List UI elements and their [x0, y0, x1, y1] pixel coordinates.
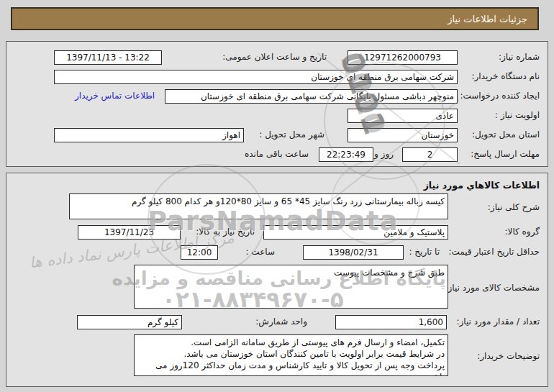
- buyer-notes-line: در شرایط قیمت برابر اولویت با تامین کنند…: [137, 348, 445, 360]
- deadline-time-suffix: ساعت باقی مانده: [245, 149, 309, 159]
- buyer-name-label: نام دستگاه خریدار:: [472, 71, 540, 81]
- need-number-field[interactable]: 12971262000793: [348, 50, 458, 65]
- buyer-notes-field[interactable]: تکمیل، امضاء و ارسال فرم های پیوستی از ط…: [134, 334, 448, 376]
- goods-section-title: اطلاعات کالاهاي مورد نیاز: [424, 180, 540, 191]
- general-description-field[interactable]: کیسه زباله بیمارستانی زرد رنگ سایز 45* 6…: [69, 193, 448, 219]
- request-creator-field[interactable]: منوچهر دباشی مسئول بایگانی شرکت سهامی بر…: [165, 89, 458, 104]
- priority-field[interactable]: عادی: [348, 109, 458, 123]
- delivery-city-field[interactable]: اهواز: [54, 128, 244, 142]
- announce-datetime-field[interactable]: 1397/11/13 - 13:22: [54, 50, 162, 65]
- deadline-time-field[interactable]: 22:23:49: [319, 147, 373, 162]
- reply-deadline-label: مهلت ارسال پاسخ:: [471, 149, 540, 159]
- need-number-label: شماره نیاز:: [499, 52, 540, 62]
- quantity-label: تعداد / مقدار مورد نیاز:: [456, 316, 540, 327]
- need-date-field[interactable]: 1397/11/23: [78, 225, 181, 240]
- buyer-notes-line: تکمیل، امضاء و ارسال فرم های پیوستی از ط…: [137, 337, 445, 348]
- until-time-label: ساعت :: [245, 247, 275, 257]
- buyer-contact-link[interactable]: اطلاعات تماس خریدار: [75, 91, 155, 101]
- until-time-field[interactable]: 12:00: [181, 245, 218, 260]
- page-title: جزئیات اطلاعات نیاز: [448, 14, 527, 24]
- specs-label: مشخصات کالای مورد نیاز:: [445, 283, 540, 293]
- unit-field[interactable]: کیلو گرم: [77, 315, 182, 329]
- request-creator-label: ایجاد کننده درخواست:: [460, 91, 540, 101]
- delivery-province-field[interactable]: خوزستان: [348, 128, 458, 142]
- specs-field[interactable]: طبق شرح و مشخصات پیوست: [134, 265, 448, 309]
- deadline-days-suffix: روز و: [374, 149, 394, 159]
- price-validity-label: حداقل تاریخ اعتبار قیمت:: [448, 247, 540, 257]
- delivery-city-label: شهر محل تحویل :: [259, 129, 324, 140]
- until-date-label: تا تاریخ :: [409, 247, 440, 257]
- goods-group-label: گروه کالا:: [505, 227, 540, 237]
- quantity-field[interactable]: 1,600: [335, 315, 447, 329]
- request-info-panel: شماره نیاز: 12971262000793 تاریخ و ساعت …: [6, 41, 548, 167]
- until-date-field[interactable]: 1398/02/31: [303, 245, 404, 260]
- buyer-notes-label: توضیحات خریدار:: [477, 351, 540, 361]
- general-description-label: شرح کلی نیاز:: [488, 202, 540, 212]
- goods-group-field[interactable]: پلاستیک و ملامین: [263, 225, 448, 240]
- buyer-name-field[interactable]: شرکت سهامی برق منطقه ای خوزستان: [54, 70, 458, 84]
- window-title-bar: جزئیات اطلاعات نیاز: [11, 7, 539, 30]
- announce-datetime-label: تاریخ و ساعت اعلان عمومی:: [222, 52, 327, 62]
- buyer-notes-line: پرداخت وجه پس از تحویل کالا و تایید کارش…: [137, 360, 445, 376]
- need-details-page: جزئیات اطلاعات نیاز شماره نیاز: 12971262…: [0, 0, 554, 392]
- priority-label: اولویت نیاز :: [495, 110, 540, 120]
- deadline-days-field[interactable]: 2: [402, 147, 458, 162]
- unit-label: واحد شمارش:: [255, 316, 307, 327]
- goods-info-panel: اطلاعات کالاهاي مورد نیاز شرح کلی نیاز: …: [6, 173, 548, 387]
- delivery-province-label: استان محل تحویل:: [472, 129, 540, 140]
- need-date-label: تاریخ نیاز به کالا:: [196, 227, 255, 237]
